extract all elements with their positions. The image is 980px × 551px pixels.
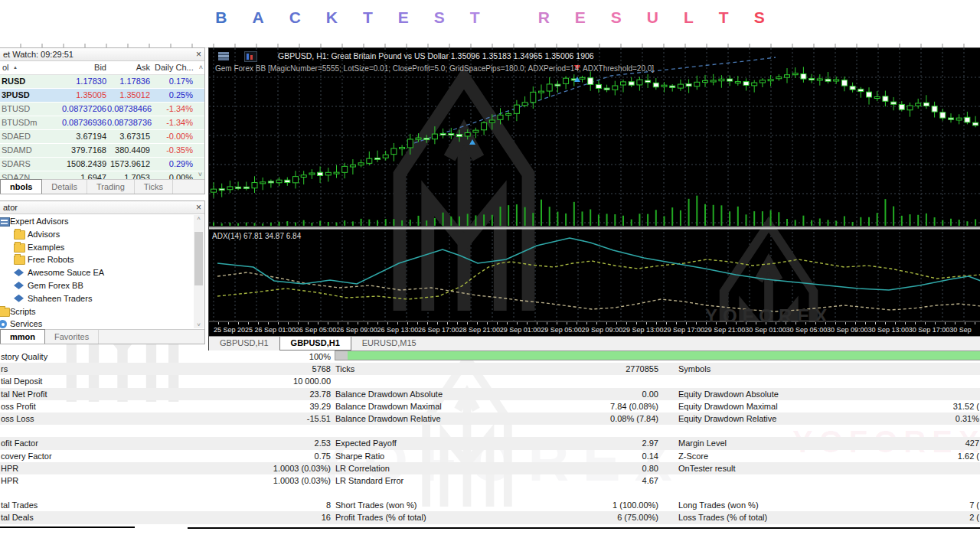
market-watch-row[interactable]: SDARS1508.24391573.96120.29%	[0, 158, 204, 171]
column-bid[interactable]: Bid	[64, 61, 106, 74]
navigator-titlebar[interactable]: ator ×	[0, 201, 204, 214]
report-row: ofit Factor2.53Expected Payoff2.97Margin…	[0, 437, 980, 449]
market-watch-row[interactable]: SDAMD379.7168380.4409-0.35%	[0, 144, 204, 158]
column-ask[interactable]: Ask	[109, 61, 150, 74]
quote-value: -0.35%	[150, 144, 193, 157]
tab-nbols[interactable]: nbols	[0, 179, 42, 194]
chart-type-icon[interactable]	[244, 51, 257, 62]
chart-symbol-header: GBPUSD, H1: Great Britain Pound vs US Do…	[278, 51, 594, 60]
metric-value: 0.14	[505, 450, 658, 462]
tab-trading[interactable]: Trading	[87, 180, 135, 194]
navigator-tree: Expert AdvisorsAdvisorsExamplesFree Robo…	[0, 215, 194, 328]
chart-window[interactable]: GBPUSD, H1: Great Britain Pound vs US Do…	[208, 47, 980, 350]
time-axis-label: 29 Sep 01:00	[500, 326, 541, 334]
market-watch-titlebar[interactable]: et Watch: 09:29:51 ×	[0, 48, 204, 61]
scroll-up-icon[interactable]: ˄	[199, 61, 203, 74]
metric-label: oss Loss	[1, 412, 34, 425]
close-icon[interactable]: ×	[196, 48, 201, 60]
report-row: covery Factor0.75Sharpe Ratio0.14Z-Score…	[0, 450, 980, 462]
metric-value: 427	[825, 437, 979, 449]
gear-icon	[0, 320, 7, 328]
quote-value: 380.4409	[107, 144, 150, 157]
time-axis-label: 29 Sep 09:00	[582, 326, 623, 334]
metric-value: 7 (	[825, 499, 979, 511]
report-spacer-row	[0, 487, 980, 499]
quote-value: 0.08738466	[107, 103, 150, 116]
quote-value: -1.34%	[150, 103, 193, 116]
navigator-item[interactable]: Shaheen Traders	[0, 292, 194, 305]
chart-menu-icon[interactable]	[218, 52, 229, 60]
title-letter: T	[470, 8, 480, 27]
title-letter: C	[289, 8, 301, 27]
quote-value: 1.17836	[107, 75, 150, 88]
report-spacer-row	[0, 425, 980, 437]
market-watch-row[interactable]: BTUSDm0.087369360.08738736-1.34%	[0, 116, 204, 130]
column-daily-change[interactable]: Daily Ch...	[152, 61, 194, 74]
metric-value: 0.08% (7.84)	[505, 412, 658, 425]
market-watch-row[interactable]: BTUSD0.087372060.08738466-1.34%	[0, 103, 204, 116]
navigator-item-label: Scripts	[10, 305, 36, 318]
metric-value: 2.97	[505, 437, 658, 449]
navigator-item-label: Advisors	[28, 228, 60, 241]
time-axis-label: 30 Sep 09:00	[827, 326, 868, 334]
scroll-up-icon[interactable]: ˄	[194, 215, 204, 222]
navigator-tabs: mmonFavorites	[0, 329, 204, 344]
navigator-item[interactable]: Services	[0, 318, 194, 328]
metric-label: Long Trades (won %)	[678, 499, 759, 511]
navigator-item[interactable]: Scripts	[0, 305, 194, 318]
market-watch-row[interactable]: SDAED3.671943.67315-0.00%	[0, 130, 204, 144]
navigator-item[interactable]: Expert Advisors	[0, 215, 194, 228]
chart-tab-gbpusd-h1[interactable]: GBPUSD,H1	[209, 337, 279, 350]
scroll-down-icon[interactable]: ˅	[198, 171, 202, 178]
metric-label: Expected Payoff	[335, 437, 397, 449]
tab-ticks[interactable]: Ticks	[135, 180, 173, 194]
tab-mmon[interactable]: mmon	[0, 329, 45, 344]
chart-tab-eurusd-m15[interactable]: EURUSD,M15	[351, 337, 427, 350]
chart-tab-gbpusd-h1[interactable]: GBPUSD,H1	[279, 337, 351, 350]
market-watch-row[interactable]: 3PUSD1.350051.350120.25%	[0, 89, 204, 103]
symbol-name: RUSD	[2, 75, 25, 88]
quote-value: -1.34%	[150, 116, 193, 129]
title-letter: A	[252, 8, 263, 27]
navigator-item[interactable]: Examples	[0, 241, 194, 254]
navigator-item[interactable]: Gem Forex BB	[0, 279, 194, 292]
report-row: tal Trades8Short Trades (won %)1 (100.00…	[0, 499, 980, 511]
metric-value: 39.29	[176, 400, 331, 412]
title-letter: U	[647, 8, 658, 27]
time-axis-label: 28 Sep 21:00	[459, 326, 500, 334]
navigator-item[interactable]: Advisors	[0, 228, 194, 241]
tab-favorites[interactable]: Favorites	[45, 330, 99, 344]
market-watch-header[interactable]: ol▲ Bid Ask Daily Ch... ˄	[0, 61, 204, 75]
report-row: story Quality100%	[0, 350, 980, 363]
quote-value: 1.35005	[54, 89, 106, 102]
report-row: rs5768Ticks2770855Symbols	[0, 363, 980, 375]
folder-icon	[14, 256, 25, 265]
navigator-scrollbar[interactable]: ˄ ˅	[194, 215, 204, 328]
report-row: HPR1.0003 (0.03%)LR Standard Error4.67	[0, 474, 980, 487]
metric-value: 8	[176, 499, 331, 511]
symbol-name: BTUSDm	[2, 116, 37, 129]
price-chart[interactable]	[209, 48, 980, 322]
time-axis-label: 26 Sep 09:00	[336, 326, 377, 334]
metric-value: 0.00	[505, 388, 658, 400]
market-watch-rows: RUSD1.178301.178360.17%3PUSD1.350051.350…	[0, 75, 204, 185]
metric-value: 2770855	[505, 363, 658, 375]
expert-advisors-icon	[0, 217, 10, 227]
navigator-item[interactable]: Free Robots	[0, 253, 194, 266]
metric-label: Profit Trades (% of total)	[335, 511, 426, 523]
close-icon[interactable]: ×	[196, 201, 201, 214]
scroll-down-icon[interactable]: ˅	[194, 321, 204, 328]
metric-label: Sharpe Ratio	[335, 450, 384, 462]
tab-details[interactable]: Details	[42, 180, 87, 194]
time-axis-label: 26 Sep 01:00	[254, 326, 296, 334]
scrollbar-thumb[interactable]	[194, 232, 203, 285]
market-watch-row[interactable]: RUSD1.178301.178360.17%	[0, 75, 204, 89]
title-letter: S	[434, 8, 445, 27]
chart-tab-bar: GBPUSD,H1GBPUSD,H1EURUSD,M15	[209, 336, 980, 350]
time-axis-label: 30 Sep	[949, 326, 972, 334]
title-letter: L	[684, 8, 694, 27]
column-symbol[interactable]: ol	[2, 61, 9, 74]
time-axis-label: 30 Sep 01:00	[745, 326, 786, 334]
navigator-item[interactable]: Awesome Sauce EA	[0, 266, 194, 279]
metric-label: Margin Level	[678, 437, 727, 449]
